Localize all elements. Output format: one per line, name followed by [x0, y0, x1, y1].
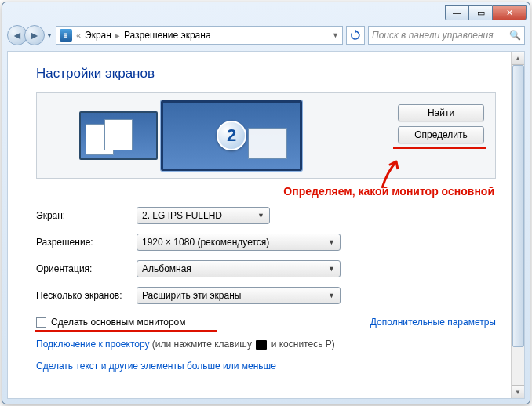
orientation-label: Ориентация: [36, 263, 137, 274]
monitor-2-number: 2 [217, 121, 246, 150]
annotation-arrow-icon [377, 157, 409, 191]
resolution-label: Разрешение: [36, 237, 137, 248]
find-button[interactable]: Найти [398, 104, 484, 121]
projector-hint-b: и коснитесь P) [271, 339, 335, 350]
page-title: Настройки экранов [36, 66, 496, 82]
breadcrumb-seg-1[interactable]: Экран [85, 30, 111, 41]
window-controls: — ▭ ✕ [445, 5, 527, 20]
monitor-1[interactable]: 1 [79, 111, 158, 160]
identify-button[interactable]: Определить [398, 126, 484, 143]
primary-monitor-checkbox[interactable] [36, 317, 46, 328]
annotation-underline-checkbox [35, 330, 217, 332]
monitor-side-buttons: Найти Определить [398, 104, 484, 143]
scroll-thumb[interactable] [512, 65, 524, 347]
address-dropdown-icon[interactable]: ▼ [332, 31, 339, 39]
projector-link[interactable]: Подключение к проектору [36, 339, 150, 350]
textsize-link[interactable]: Сделать текст и другие элементы больше и… [36, 361, 276, 372]
projector-hint-a: (или нажмите клавишу [152, 339, 255, 350]
maximize-button[interactable]: ▭ [468, 5, 492, 20]
multimon-value: Расширить эти экраны [142, 290, 241, 301]
chevron-down-icon: ▼ [328, 238, 335, 246]
screen-combo[interactable]: 2. LG IPS FULLHD ▼ [137, 207, 270, 224]
refresh-icon [350, 30, 361, 41]
breadcrumb-prefix: « [74, 31, 83, 40]
refresh-button[interactable] [346, 26, 365, 45]
nav-history-dropdown[interactable]: ▼ [46, 32, 53, 39]
form-row-resolution: Разрешение: 1920 × 1080 (рекомендуется) … [36, 234, 496, 251]
multimon-combo[interactable]: Расширить эти экраны ▼ [137, 287, 341, 304]
screen-label: Экран: [36, 210, 137, 221]
chevron-down-icon: ▼ [257, 212, 264, 219]
address-bar[interactable]: 🖥 « Экран ▸ Разрешение экрана ▼ [56, 26, 343, 45]
textsize-row: Сделать текст и другие элементы больше и… [36, 361, 496, 372]
monitor-layout[interactable]: 1 2 [79, 100, 302, 171]
content-wrap: Настройки экранов 1 2 Найти Определить [7, 51, 525, 399]
monitor-1-window-icon [104, 119, 133, 150]
resolution-combo[interactable]: 1920 × 1080 (рекомендуется) ▼ [137, 234, 341, 251]
resolution-value: 1920 × 1080 (рекомендуется) [142, 237, 269, 248]
orientation-combo[interactable]: Альбомная ▼ [137, 260, 341, 277]
windows-key-icon [256, 340, 267, 350]
primary-monitor-label: Сделать основным монитором [51, 317, 186, 328]
scroll-up-button[interactable]: ▲ [512, 52, 524, 65]
monitor-2-window-icon [248, 128, 287, 159]
vertical-scrollbar[interactable]: ▲ ▼ [511, 52, 524, 398]
scroll-down-button[interactable]: ▼ [512, 385, 524, 398]
screen-value: 2. LG IPS FULLHD [142, 210, 222, 221]
breadcrumb-seg-2[interactable]: Разрешение экрана [124, 30, 211, 41]
nav-arrows: ◄ ► ▼ [7, 25, 53, 45]
monitor-2[interactable]: 2 [161, 100, 302, 171]
search-input[interactable]: Поиск в панели управления 🔍 [368, 26, 525, 45]
primary-monitor-row: Сделать основным монитором Дополнительны… [36, 317, 496, 328]
annotation-text: Определяем, какой монитор основной [36, 185, 496, 198]
content: Настройки экранов 1 2 Найти Определить [8, 52, 524, 379]
annotation-underline-identify [393, 147, 486, 149]
breadcrumb-chevron-icon: ▸ [113, 31, 122, 41]
control-panel-icon: 🖥 [60, 29, 72, 42]
window: — ▭ ✕ ◄ ► ▼ 🖥 « Экран ▸ Разрешение экран… [2, 2, 530, 404]
form-row-multimon: Несколько экранов: Расширить эти экраны … [36, 287, 496, 304]
form-row-orientation: Ориентация: Альбомная ▼ [36, 260, 496, 277]
monitor-preview-area: 1 2 Найти Определить [36, 92, 496, 179]
minimize-button[interactable]: — [445, 5, 468, 20]
search-placeholder: Поиск в панели управления [372, 30, 494, 41]
titlebar: — ▭ ✕ [2, 2, 530, 23]
multimon-label: Несколько экранов: [36, 290, 137, 301]
advanced-settings-link[interactable]: Дополнительные параметры [370, 317, 496, 328]
chevron-down-icon: ▼ [328, 292, 335, 299]
form-row-screen: Экран: 2. LG IPS FULLHD ▼ [36, 207, 496, 224]
close-button[interactable]: ✕ [492, 5, 527, 20]
projector-row: Подключение к проектору (или нажмите кла… [36, 339, 496, 350]
forward-button[interactable]: ► [24, 25, 45, 45]
search-icon: 🔍 [509, 30, 521, 41]
orientation-value: Альбомная [142, 263, 191, 274]
navbar: ◄ ► ▼ 🖥 « Экран ▸ Разрешение экрана ▼ По… [7, 23, 525, 48]
chevron-down-icon: ▼ [328, 265, 335, 273]
